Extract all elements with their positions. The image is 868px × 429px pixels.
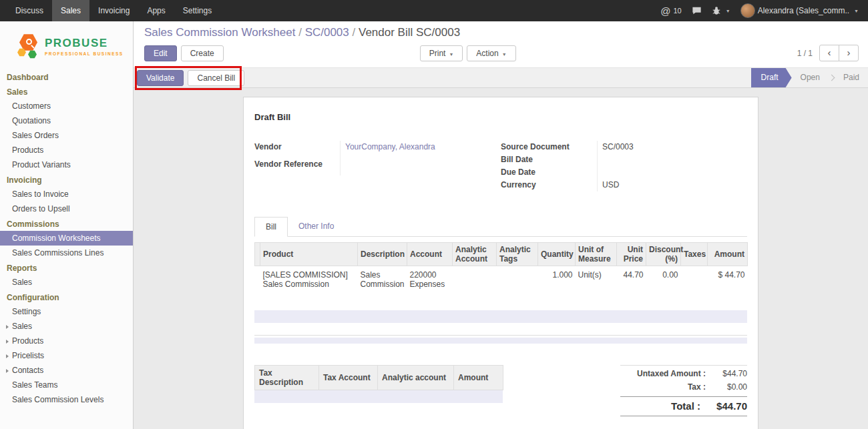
- cell-account: 220000 Expenses: [407, 266, 453, 294]
- sidebar-item-products[interactable]: Products: [0, 143, 133, 157]
- expand-arrow-icon: [6, 340, 9, 344]
- debug-menu-button[interactable]: ▼: [712, 6, 730, 15]
- tab-other-info[interactable]: Other Info: [288, 217, 345, 236]
- top-menu-apps[interactable]: Apps: [138, 0, 174, 21]
- breadcrumb-sc0003-link[interactable]: SC/0003: [305, 26, 349, 39]
- bill-line-row[interactable]: [SALES COMMISSION] Sales Commission Sale…: [255, 266, 748, 294]
- breadcrumb-worksheets-link[interactable]: Sales Commission Worksheet: [144, 26, 295, 39]
- content-area: Draft Bill Vendor YourCompany, Alexandra…: [134, 88, 868, 429]
- sidebar-item-sales-teams[interactable]: Sales Teams: [0, 378, 133, 392]
- sidebar-item-label: Sales: [12, 322, 32, 331]
- sidebar: PROBUSE PROFESSIONAL BUSINESS Dashboard …: [0, 21, 134, 429]
- cell-handle: [255, 266, 260, 294]
- expand-arrow-icon: [6, 325, 9, 329]
- cell-analytic-tags: [497, 266, 538, 294]
- tax-lines-table: Tax Description Tax Account Analytic acc…: [254, 365, 503, 390]
- top-menu-invoicing[interactable]: Invoicing: [89, 0, 138, 21]
- edit-button[interactable]: Edit: [144, 45, 177, 61]
- top-bar-right: @ 10 ▼ Alexandra (Sales_comm.. ▼: [660, 0, 868, 21]
- breadcrumb-current: Vendor Bill SC/0003: [359, 26, 460, 39]
- pager-next-button[interactable]: ›: [839, 45, 859, 61]
- col-header-analytic-account: Analytic Account: [453, 243, 497, 266]
- cell-unit-price: 44.70: [617, 266, 646, 294]
- sidebar-item-config-pricelists[interactable]: Pricelists: [0, 348, 133, 363]
- sidebar-item-orders-to-upsell[interactable]: Orders to Upsell: [0, 201, 133, 216]
- cell-uom: Unit(s): [576, 266, 617, 294]
- pager-text: 1 / 1: [797, 49, 813, 58]
- expand-arrow-icon: [6, 354, 9, 358]
- state-draft: Draft: [751, 68, 792, 87]
- tax-col-header-account: Tax Account: [319, 366, 378, 390]
- print-dropdown-button[interactable]: Print▼: [420, 45, 463, 61]
- action-dropdown-button[interactable]: Action▼: [467, 45, 515, 61]
- col-header-amount: Amount: [708, 243, 748, 266]
- top-menu-sales[interactable]: Sales: [52, 0, 89, 21]
- vendor-link[interactable]: YourCompany, Alexandra: [345, 142, 435, 151]
- due-date-label: Due Date: [501, 166, 597, 179]
- sidebar-item-sales-orders[interactable]: Sales Orders: [0, 128, 133, 143]
- cancel-bill-button[interactable]: Cancel Bill: [188, 70, 244, 86]
- cell-amount: $ 44.70: [708, 266, 748, 294]
- sidebar-item-commission-worksheets[interactable]: Commission Worksheets: [0, 231, 133, 246]
- state-open: Open: [792, 68, 829, 87]
- sidebar-section-configuration: Configuration: [0, 290, 133, 304]
- chevron-down-icon: ▼: [854, 9, 859, 13]
- col-header-unit-price: Unit Price: [617, 243, 646, 266]
- totals-block: Untaxed Amount : $44.70 Tax : $0.00 Tota…: [620, 365, 747, 416]
- mentions-button[interactable]: @ 10: [660, 5, 681, 17]
- chevron-down-icon: ▼: [449, 52, 453, 57]
- sidebar-section-reports: Reports: [0, 260, 133, 275]
- tax-label: Tax :: [620, 382, 706, 392]
- company-logo[interactable]: PROBUSE PROFESSIONAL BUSINESS: [0, 21, 133, 69]
- tab-bill[interactable]: Bill: [254, 217, 288, 237]
- avatar: [740, 3, 755, 18]
- separator-line: [254, 335, 747, 336]
- col-header-product: Product: [260, 243, 358, 266]
- breadcrumb: Sales Commission Worksheet / SC/0003 / V…: [144, 26, 859, 39]
- breadcrumb-separator: /: [298, 26, 304, 39]
- sidebar-item-config-settings[interactable]: Settings: [0, 304, 133, 319]
- tax-value: $0.00: [706, 382, 747, 392]
- cell-discount: 0.00: [646, 266, 681, 294]
- sidebar-item-product-variants[interactable]: Product Variants: [0, 157, 133, 172]
- sidebar-item-config-contacts[interactable]: Contacts: [0, 363, 133, 378]
- top-menu-settings[interactable]: Settings: [174, 0, 220, 21]
- sidebar-item-customers[interactable]: Customers: [0, 99, 133, 113]
- sidebar-item-reports-sales[interactable]: Sales: [0, 275, 133, 290]
- pager-previous-button[interactable]: ‹: [819, 45, 839, 61]
- user-menu[interactable]: Alexandra (Sales_comm.. ▼: [740, 3, 859, 18]
- action-label: Action: [476, 49, 498, 58]
- sidebar-section-dashboard[interactable]: Dashboard: [0, 69, 133, 84]
- messages-button[interactable]: [692, 6, 702, 15]
- sidebar-item-config-sales[interactable]: Sales: [0, 319, 133, 334]
- col-header-quantity: Quantity: [538, 243, 576, 266]
- control-panel: Sales Commission Worksheet / SC/0003 / V…: [134, 21, 868, 67]
- sidebar-item-sales-commission-levels[interactable]: Sales Commission Levels: [0, 392, 133, 407]
- breadcrumb-separator: /: [353, 26, 359, 39]
- cell-quantity: 1.000: [538, 266, 576, 294]
- vendor-reference-label: Vendor Reference: [254, 158, 340, 175]
- col-header-discount: Discount (%): [646, 243, 681, 266]
- bill-date-label: Bill Date: [501, 153, 597, 166]
- sidebar-item-sales-commissions-lines[interactable]: Sales Commissions Lines: [0, 246, 133, 260]
- sidebar-section-commissions: Commissions: [0, 216, 133, 231]
- create-button[interactable]: Create: [181, 45, 224, 61]
- top-bar: Discuss Sales Invoicing Apps Settings @ …: [0, 0, 868, 21]
- validate-button[interactable]: Validate: [137, 70, 184, 86]
- sidebar-item-config-products[interactable]: Products: [0, 334, 133, 348]
- bug-icon: [712, 6, 721, 15]
- col-header-handle: [255, 243, 260, 266]
- sidebar-item-sales-to-invoice[interactable]: Sales to Invoice: [0, 187, 133, 201]
- vendor-reference-value: [340, 158, 501, 175]
- top-menu-discuss[interactable]: Discuss: [7, 0, 52, 21]
- chevron-down-icon: ▼: [726, 9, 730, 13]
- total-label: Total :: [620, 400, 700, 412]
- cell-taxes: [681, 266, 708, 294]
- cell-analytic-account: [453, 266, 497, 294]
- mention-count: 10: [673, 7, 681, 15]
- total-value: $44.70: [700, 400, 747, 412]
- sidebar-item-quotations[interactable]: Quotations: [0, 113, 133, 128]
- state-paid: Paid: [835, 68, 868, 87]
- currency-label: Currency: [501, 179, 597, 191]
- chevron-down-icon: ▼: [502, 52, 507, 57]
